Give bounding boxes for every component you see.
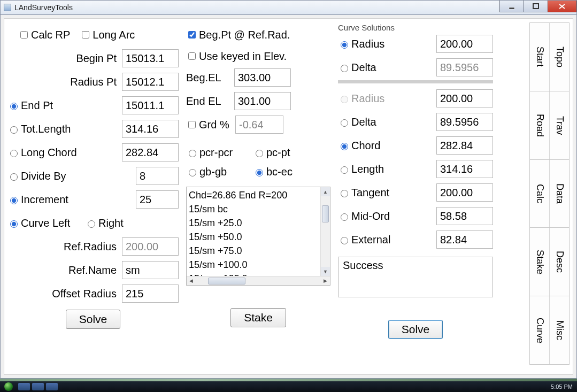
scroll-thumb[interactable] [322, 205, 329, 222]
pinned-app-icon[interactable] [32, 383, 44, 390]
tab-data[interactable]: Data [549, 160, 569, 228]
vertical-scrollbar[interactable]: ▲ ▼ [320, 187, 330, 276]
scroll-down-icon[interactable]: ▼ [321, 267, 330, 276]
use-keyed-elev-checkbox[interactable] [188, 52, 196, 60]
list-item[interactable]: Chd=26.86 End R=200 [189, 188, 328, 202]
use-keyed-elev-label: Use keyed in Elev. [199, 50, 287, 63]
tab-trav[interactable]: Trav [549, 91, 569, 159]
tab-stake[interactable]: Stake [530, 228, 549, 296]
right-column: Curve Solutions Radius Delta Radi [338, 23, 493, 365]
end-pt-input[interactable] [122, 96, 179, 114]
list-item[interactable]: 15/sm +25.0 [189, 216, 328, 230]
chord-radio[interactable] [341, 143, 348, 150]
grd-checkbox[interactable] [188, 121, 196, 128]
delta1-radio[interactable] [341, 65, 348, 72]
taskbar[interactable]: 5:05 PM [0, 381, 577, 392]
tab-misc[interactable]: Misc [549, 296, 569, 364]
start-orb-icon[interactable] [4, 382, 13, 391]
pinned-app-icon[interactable] [18, 383, 30, 390]
pcr-pcr-radio[interactable] [189, 150, 196, 157]
radius1-label: Radius [351, 38, 436, 50]
tab-curve[interactable]: Curve [530, 296, 549, 364]
curve-right-radio[interactable] [88, 220, 95, 228]
increment-label: Increment [21, 194, 136, 206]
increment-input[interactable] [136, 190, 179, 209]
begin-pt-input[interactable] [122, 49, 179, 67]
tab-trav-road[interactable]: Road Trav [529, 91, 570, 160]
curve-solutions-title: Curve Solutions [338, 23, 493, 32]
stake-listbox[interactable]: Chd=26.86 End R=200 15/sm bc 15/sm +25.0… [186, 187, 330, 286]
tangent-input[interactable] [436, 183, 493, 202]
svg-rect-0 [509, 7, 514, 9]
beg-at-refrad-checkbox[interactable] [188, 31, 196, 39]
calc-rp-checkbox[interactable] [20, 31, 28, 39]
length-input[interactable] [436, 160, 493, 178]
list-item[interactable]: 15/sm bc [189, 202, 328, 216]
bc-ec-radio[interactable] [256, 169, 263, 176]
external-input[interactable] [436, 230, 493, 249]
scroll-right-icon[interactable]: ▶ [321, 278, 330, 283]
tangent-radio[interactable] [341, 190, 348, 197]
end-el-input[interactable] [234, 92, 291, 110]
chord-input[interactable] [436, 136, 493, 155]
midord-radio[interactable] [341, 213, 348, 221]
tab-data-calc[interactable]: Calc Data [529, 159, 570, 228]
grd-input [235, 116, 283, 134]
long-arc-checkbox[interactable] [82, 31, 89, 39]
tot-length-label: Tot.Length [21, 123, 122, 135]
tab-topo-start[interactable]: Start Topo [529, 22, 570, 91]
tab-calc[interactable]: Calc [530, 160, 549, 228]
tab-start[interactable]: Start [530, 23, 549, 91]
list-item[interactable]: 15/sm +100.0 [189, 258, 328, 272]
tab-desc[interactable]: Desc [549, 228, 569, 296]
delta2-radio[interactable] [341, 119, 348, 127]
delta2-input[interactable] [436, 113, 493, 131]
gb-gb-label: gb-gb [199, 166, 253, 178]
pinned-app-icon[interactable] [46, 383, 58, 390]
pc-pt-radio[interactable] [256, 150, 263, 157]
scroll-up-icon[interactable]: ▲ [321, 187, 330, 196]
external-radio[interactable] [341, 237, 348, 244]
close-button[interactable] [548, 1, 576, 12]
title-bar[interactable]: LAndSurveyTools [0, 0, 577, 15]
ref-name-input[interactable] [122, 261, 179, 279]
length-radio[interactable] [341, 166, 348, 174]
message-box: Success [338, 257, 493, 297]
gb-gb-radio[interactable] [189, 169, 196, 176]
radius1-radio[interactable] [341, 41, 348, 49]
horizontal-scrollbar[interactable]: ◀ ▶ [187, 276, 330, 285]
tab-misc-curve[interactable]: Curve Misc [529, 296, 570, 365]
stake-button[interactable]: Stake [230, 308, 286, 327]
midord-input[interactable] [436, 207, 493, 225]
tot-length-radio[interactable] [10, 126, 18, 134]
list-item[interactable]: 15/sm +75.0 [189, 244, 328, 258]
solve-left-button[interactable]: Solve [66, 310, 121, 329]
curve-left-radio[interactable] [10, 220, 18, 228]
scroll-left-icon[interactable]: ◀ [187, 278, 196, 283]
radius-pt-input[interactable] [122, 73, 179, 91]
radius1-input[interactable] [436, 35, 493, 53]
minimize-button[interactable] [499, 1, 524, 12]
beg-el-input[interactable] [234, 68, 291, 87]
client-area: Calc RP Long Arc Begin Pt Radius Pt [0, 15, 577, 379]
taskbar-clock[interactable]: 5:05 PM [551, 383, 573, 390]
radius2-input[interactable] [436, 89, 493, 107]
long-chord-radio[interactable] [10, 150, 18, 157]
tab-desc-stake[interactable]: Stake Desc [529, 227, 570, 296]
solve-right-button[interactable]: Solve [388, 320, 443, 339]
bc-ec-label: bc-ec [266, 166, 293, 178]
grd-label: Grd % [199, 119, 235, 131]
tab-topo[interactable]: Topo [549, 23, 569, 91]
offset-radius-input[interactable] [122, 285, 179, 303]
end-pt-label: End Pt [21, 99, 122, 112]
tot-length-input[interactable] [122, 120, 179, 138]
long-chord-input[interactable] [122, 143, 179, 162]
maximize-button[interactable] [524, 1, 548, 12]
scroll-hthumb[interactable] [208, 278, 245, 285]
divide-by-input[interactable] [136, 167, 179, 185]
end-pt-radio[interactable] [10, 103, 18, 110]
divide-by-radio[interactable] [10, 173, 18, 181]
increment-radio[interactable] [10, 197, 18, 204]
tab-road[interactable]: Road [530, 91, 549, 159]
list-item[interactable]: 15/sm +50.0 [189, 230, 328, 244]
